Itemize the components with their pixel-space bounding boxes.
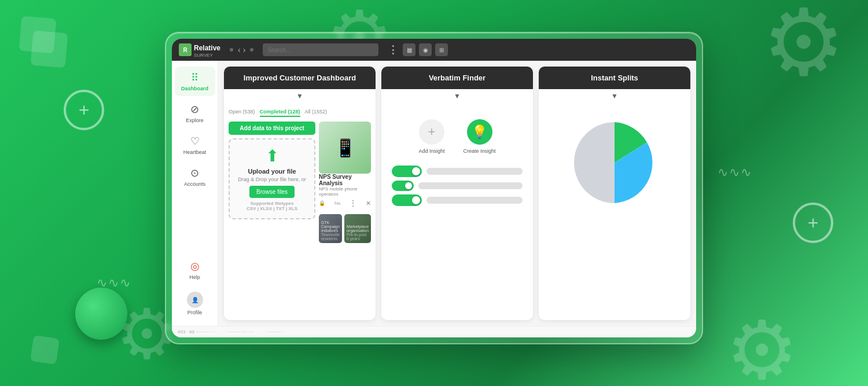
accounts-icon: ⊙ (190, 167, 199, 179)
card1-right: 📱 NPS Survey Analysis NPS mobile phone o… (319, 122, 371, 243)
create-insight-icon: 💡 (467, 119, 492, 145)
thumb2: Marketplace organisation Pre-to-post 6 y… (344, 214, 371, 243)
card3-title: Instant Splits (591, 73, 638, 82)
card-instant-splits: Instant Splits ▼ (539, 67, 690, 320)
toggle-2-thumb (405, 182, 412, 189)
heartbeat-label: Heartbeat (183, 149, 207, 155)
stat-2: · ········ ···· · ··· (226, 329, 253, 334)
lock-icon: 🔒 (319, 200, 325, 206)
supported-label: Supported filetypes (251, 201, 294, 206)
add-insight-icon: + (419, 119, 444, 145)
toggle-3-track[interactable] (392, 194, 422, 206)
pie-chart-container (543, 108, 686, 218)
pie-segment-c (574, 122, 615, 203)
bg-gear-topright: ⚙ (762, 0, 845, 97)
logo-sub: SURVEY (194, 53, 220, 58)
upload-title: Upload your file (237, 168, 307, 175)
file-types: CSV | XLSX | TXT | XLS (247, 206, 297, 211)
card1-split: Add data to this project ⬆ Upload your f… (229, 122, 371, 243)
delete-icon[interactable]: ✕ (366, 200, 371, 207)
more-icon[interactable]: ⋮ (349, 198, 357, 208)
card3-header: Instant Splits (539, 67, 690, 89)
bottom-stat-group-1: 453 · 89 ·········· · ·· (178, 329, 215, 334)
add-insight-label: Add Insight (418, 148, 444, 154)
topbar-menu[interactable]: ⋮ (388, 43, 398, 56)
add-insight-option[interactable]: + Add Insight (411, 115, 451, 159)
topbar-dot (230, 48, 233, 52)
phone-thumbnail: 📱 (319, 122, 371, 174)
card3-body (539, 103, 690, 320)
accounts-label: Accounts (184, 181, 205, 187)
stat-1: 453 · 89 ·········· · ·· (178, 329, 215, 334)
nav-forward-icon[interactable]: › (243, 45, 246, 54)
dashboard-icon: ⠿ (191, 71, 198, 84)
sidebar-item-profile[interactable]: 👤 Profile (175, 287, 215, 320)
main-content: ⠿ Dashboard ⊘ Explore ♡ Heartbeat ⊙ Acco… (172, 61, 696, 326)
card2-arrow[interactable]: ▼ (381, 89, 533, 103)
topbar-search[interactable] (263, 43, 378, 56)
deco-wave-right: ∿∿∿ (718, 165, 752, 180)
stat-3: · ·········· · (265, 329, 283, 334)
laptop-frame: R Relative SURVEY ‹ › ⋮ ▦ ◉ ⊞ (165, 32, 703, 344)
nav-back-icon[interactable]: ‹ (238, 45, 241, 54)
card3-arrow[interactable]: ▼ (539, 89, 690, 103)
bottom-stat-group-2: · ········ ···· · ··· (226, 329, 253, 334)
content-area: Improved Customer Dashboard ▼ Open (538)… (218, 61, 696, 326)
thumb2-label: Marketplace organisation (347, 225, 369, 233)
cards-row: Improved Customer Dashboard ▼ Open (538)… (224, 67, 690, 320)
topbar-dot2 (250, 48, 253, 52)
upload-area: ⬆ Upload your file Drag & Drop your file… (229, 138, 315, 219)
help-label: Help (189, 274, 200, 280)
thumb1-img: GTK Campaign Initiatives Townsville resi… (319, 214, 342, 243)
browse-files-button[interactable]: Browse files (249, 186, 295, 198)
tab-completed[interactable]: Completed (128) (260, 109, 300, 117)
deco-plus-tr: + (793, 203, 833, 243)
toggle-1-bar (426, 168, 523, 175)
explore-label: Explore (186, 117, 204, 123)
card2-title: Verbatim Finder (429, 73, 486, 82)
thumb1: GTK Campaign Initiatives Townsville resi… (319, 214, 342, 243)
deco-square-bl (30, 335, 60, 365)
upload-subtitle: Drag & Drop your file here, or (237, 177, 307, 182)
sidebar-item-explore[interactable]: ⊘ Explore (175, 98, 215, 128)
nps-title: NPS Survey Analysis (319, 174, 371, 186)
avatar: 👤 (187, 292, 203, 308)
sidebar-item-help[interactable]: ◎ Help (175, 255, 215, 285)
toggle-list (386, 166, 528, 206)
logo-name: Relative (194, 44, 220, 52)
sidebar-item-heartbeat[interactable]: ♡ Heartbeat (175, 130, 215, 160)
card1-arrow[interactable]: ▼ (224, 89, 376, 103)
tab-open[interactable]: Open (538) (229, 109, 255, 117)
toggle-1-thumb (412, 167, 420, 175)
card-verbatim-finder: Verbatim Finder ▼ + Add Insight (381, 67, 533, 320)
thumb2-sublabel: Pre-to-post 6 years (347, 233, 369, 241)
topbar-icon-expand[interactable]: ⊞ (435, 43, 448, 56)
card1-tabs: Open (538) Completed (128) All (1552) (229, 106, 371, 122)
thumbnails-row: GTK Campaign Initiatives Townsville resi… (319, 214, 371, 243)
tab-all[interactable]: All (1552) (305, 109, 328, 117)
create-insight-option[interactable]: 💡 Create Insight (457, 115, 503, 159)
card2-header: Verbatim Finder (381, 67, 533, 89)
thumb2-img: Marketplace organisation Pre-to-post 6 y… (344, 214, 371, 243)
topbar-icon-grid[interactable]: ▦ (403, 43, 415, 56)
card1-left: Add data to this project ⬆ Upload your f… (229, 122, 315, 243)
toggle-2-track[interactable] (392, 181, 414, 191)
heartbeat-icon: ♡ (190, 135, 200, 148)
card-customer-dashboard: Improved Customer Dashboard ▼ Open (538)… (224, 67, 376, 320)
supported-types: Supported filetypes CSV | XLSX | TXT | X… (237, 201, 307, 211)
topbar-icon-circle[interactable]: ◉ (419, 43, 432, 56)
topbar-nav[interactable]: ‹ › (238, 45, 245, 54)
toggle-1-track[interactable] (392, 166, 422, 177)
app-window: R Relative SURVEY ‹ › ⋮ ▦ ◉ ⊞ (172, 39, 696, 337)
sidebar-item-dashboard[interactable]: ⠿ Dashboard (175, 67, 215, 96)
add-data-button[interactable]: Add data to this project (229, 122, 315, 135)
sidebar-item-accounts[interactable]: ⊙ Accounts (175, 162, 215, 192)
help-icon: ◎ (190, 260, 200, 273)
card1-body: Open (538) Completed (128) All (1552) Ad… (224, 103, 376, 320)
upload-icon: ⬆ (237, 146, 307, 166)
bg-gear-bottomright: ⚙ (726, 303, 799, 386)
deco-wave-left: ∿∿∿ (97, 275, 131, 291)
thumb1-label: GTK Campaign Initiatives (321, 220, 340, 233)
deco-square-tl2 (30, 30, 68, 68)
nps-card: 📱 NPS Survey Analysis NPS mobile phone o… (319, 122, 371, 209)
